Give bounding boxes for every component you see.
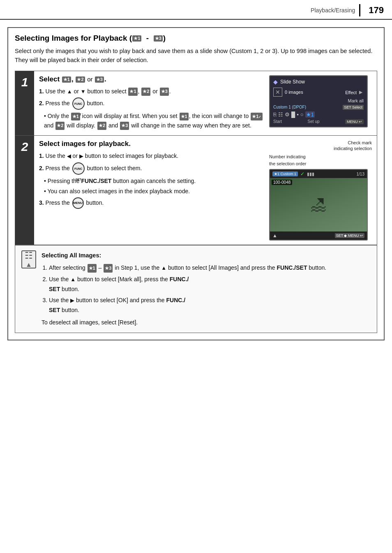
inline-icon3: ★3 [160, 88, 169, 96]
cs1-title-row: ◆ Slide Show [273, 79, 364, 85]
cs2-arrow-icon: ▲ [272, 233, 277, 238]
camera-lcd-1: ◆ Slide Show ✕ 0 images Effect ► [269, 75, 368, 127]
cs2-check-mark: ✓ [300, 171, 304, 177]
note-document-icon: ☷ [25, 250, 33, 261]
icon-ref-1v: ★1✓ [251, 113, 263, 121]
main-content-box: Selecting Images for Playback (★1 - ★3) … [7, 27, 385, 340]
section-label: Playback/Erasing [311, 7, 355, 14]
intro-text: Select only the images that you wish to … [15, 47, 377, 65]
note-box: ☷ ▲ Selecting All Images: After selectin… [15, 245, 377, 333]
cs1-setup-label: Set up [308, 119, 320, 124]
icon-ref-1b: ★1 [180, 113, 189, 121]
cs1-icon-rect: █ [291, 111, 295, 118]
steps-container: 1 Select ★1, ★2 or ★3. 1. Use the ▲ or ▼… [15, 71, 377, 245]
cs1-images-row: ✕ 0 images Effect ► [273, 88, 364, 97]
note-icon1: ★1 [88, 264, 97, 273]
cs1-icon-star1: ★1 [305, 111, 315, 118]
icon-1: ★1 [132, 35, 141, 42]
section-title: Selecting Images for Playback (★1 - ★3) [15, 34, 377, 43]
step-2-heading: Select images for playback. [39, 140, 264, 148]
camera-lcd-2: ★1 Custom 1 ✓ ▮▮▮ 1/13 🏖 100-0048 ▲ SET … [269, 169, 368, 241]
step-2-text: Select images for playback. 1. Use the ◀… [39, 140, 264, 241]
step-1-content: Select ★1, ★2 or ★3. 1. Use the ▲ or ▼ b… [34, 71, 377, 136]
cs1-custom-label: Custom 1 (DPOF) [273, 105, 306, 109]
step-1-substeps: 1. Use the ▲ or ▼ button to select ★1, ★… [39, 87, 264, 130]
note-arrow-icon: ▲ [25, 261, 32, 268]
cs1-x-box: ✕ [273, 88, 282, 97]
note-footer: To deselect all images, select [Reset]. [42, 318, 371, 328]
cs1-menu-btn: MENU ↩ [345, 119, 364, 124]
cs2-image-area: 🏖 100-0048 [270, 178, 367, 231]
cs1-left: ✕ 0 images [273, 88, 303, 97]
s1-icon1: ★1 [62, 76, 71, 83]
cs1-effect-arrow: ► [358, 89, 364, 95]
cs2-battery-icon: ▮▮▮ [307, 171, 314, 177]
note-icon3: ★3 [104, 264, 113, 273]
cs1-icons-row: ⎘ ☷ ⚙ █ ▪ ○ ★1 [273, 111, 364, 118]
step-1-text: Select ★1, ★2 or ★3. 1. Use the ▲ or ▼ b… [39, 75, 264, 132]
cs1-icon-circle: ○ [300, 111, 304, 118]
cs1-slideshow-icon: ◆ [273, 79, 278, 85]
cs1-icon-settings: ⚙ [285, 111, 290, 118]
note-title: Selecting All Images: [42, 250, 371, 261]
icon-3: ★3 [154, 35, 163, 42]
cs2-bottom-bar: ▲ SET ◆ MENU ↩ [270, 231, 367, 240]
s1-icon3: ★3 [95, 76, 104, 83]
cs1-start-label: Start [273, 119, 282, 124]
step-1-number: 1 [15, 71, 34, 136]
note-icon-col: ☷ ▲ [21, 250, 37, 327]
step-1-heading: Select ★1, ★2 or ★3. [39, 75, 264, 83]
note-item-2: Use the ▲ button to select [Mark all], p… [49, 275, 371, 294]
inline-icon2: ★2 [141, 88, 150, 96]
cs2-top-bar: ★1 Custom 1 ✓ ▮▮▮ 1/13 [270, 170, 367, 178]
cs1-effect-row: Effect ► [345, 89, 364, 95]
page-number: 179 [369, 5, 384, 16]
inline-icon1: ★1 [128, 88, 137, 96]
note-content: Selecting All Images: After selecting ★1… [42, 250, 371, 327]
cs1-icon-speaker: ▪ [297, 111, 299, 118]
icon-ref-3: ★3 [120, 122, 129, 130]
callout-check-mark: Check markindicating selection [334, 140, 372, 152]
icon-ref-1: ★1 [71, 113, 80, 121]
cs1-bottom-row: Start Set up MENU ↩ [273, 119, 364, 124]
menu-button-ref: MENU [72, 197, 84, 209]
note-item-1: After selecting ★1 – ★3 in Step 1, use t… [49, 263, 371, 273]
step-2-number: 2 [15, 136, 34, 245]
cs2-chairs-image: 🏖 [310, 196, 327, 214]
cs2-counter: 1/13 [357, 172, 364, 176]
func-button-ref2: FUNCSET [72, 162, 85, 175]
icon-ref-2: ★2 [55, 122, 65, 130]
step-1-screen: ◆ Slide Show ✕ 0 images Effect ► [269, 75, 372, 132]
step-2-substeps: 1. Use the ◀ or ▶ button to select image… [39, 151, 264, 209]
step-1-row: 1 Select ★1, ★2 or ★3. 1. Use the ▲ or ▼… [15, 71, 377, 136]
cs1-icon-print: ⎘ [273, 111, 277, 118]
step-2-row: 2 Select images for playback. 1. Use the… [15, 136, 377, 245]
icon-ref-2b: ★2 [97, 122, 106, 130]
cs1-mark-all: Mark all [273, 98, 364, 103]
callout-number: Number indicatingthe selection order [269, 154, 307, 166]
note-icon: ☷ ▲ [21, 250, 36, 268]
page-header: Playback/Erasing 179 [0, 0, 392, 20]
cs2-file-num: 100-0048 [272, 180, 292, 185]
step-2-content: Select images for playback. 1. Use the ◀… [34, 136, 377, 245]
note-list: After selecting ★1 – ★3 in Step 1, use t… [49, 263, 371, 315]
note-item-3: Use the ▶ button to select [OK] and pres… [49, 296, 371, 315]
cs2-custom-label: ★1 Custom 1 [272, 171, 298, 176]
callout-area: Check markindicating selection Number in… [269, 140, 372, 167]
cs1-set-select: SET Select [343, 105, 364, 110]
s1-icon2: ★2 [76, 76, 85, 83]
step-2-screen: Check markindicating selection Number in… [269, 140, 372, 241]
cs1-title-text: Slide Show [280, 79, 305, 85]
header-divider [359, 4, 360, 16]
func-button-ref: FUNCSET [72, 97, 85, 110]
cs1-custom-row: Custom 1 (DPOF) SET Select [273, 105, 364, 110]
cs2-set-btn: SET ◆ MENU ↩ [335, 233, 364, 238]
cs1-icon-grid: ☷ [278, 111, 283, 118]
cs1-images-label: 0 images [285, 90, 303, 95]
